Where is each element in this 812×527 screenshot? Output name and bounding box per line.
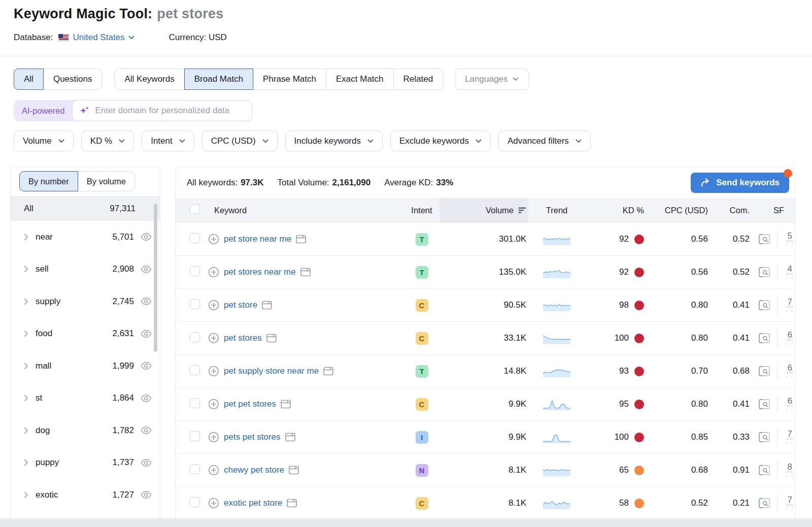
add-keyword-icon[interactable] — [208, 399, 219, 410]
add-keyword-icon[interactable] — [208, 432, 219, 443]
filter-cpc[interactable]: CPC (USD) — [202, 130, 278, 151]
database-selector[interactable]: United States — [73, 32, 134, 43]
column-com[interactable]: Com. — [709, 206, 751, 215]
toggle-by-volume[interactable]: By volume — [78, 171, 135, 191]
send-keywords-button[interactable]: Send keywords — [691, 173, 789, 193]
sf-link[interactable]: 7 - - — [786, 429, 794, 446]
sf-link[interactable]: 6 - - — [786, 363, 794, 380]
sf-link[interactable]: 6 - - — [786, 396, 794, 413]
keyword-link[interactable]: pet stores near me — [224, 267, 296, 277]
eye-icon[interactable] — [141, 330, 152, 338]
filter-kd[interactable]: KD % — [81, 130, 134, 151]
row-checkbox[interactable] — [190, 398, 200, 408]
row-checkbox[interactable] — [190, 233, 200, 243]
toggle-by-number[interactable]: By number — [19, 171, 78, 191]
sidebar-item-dog[interactable]: dog 1,782 — [11, 414, 160, 447]
keyword-link[interactable]: pet pet stores — [224, 399, 276, 409]
eye-icon[interactable] — [141, 265, 152, 274]
column-intent[interactable]: Intent — [404, 206, 439, 215]
sidebar-item-sell[interactable]: sell 2,908 — [11, 253, 160, 286]
column-keyword[interactable]: Keyword — [206, 206, 404, 215]
filter-volume[interactable]: Volume — [14, 130, 74, 151]
add-keyword-icon[interactable] — [208, 498, 219, 509]
filter-include-keywords[interactable]: Include keywords — [285, 130, 383, 151]
sidebar-item-exotic[interactable]: exotic 1,727 — [11, 479, 160, 511]
add-keyword-icon[interactable] — [208, 300, 219, 311]
serp-window-icon[interactable] — [289, 466, 299, 475]
sidebar-item-supply[interactable]: supply 2,745 — [11, 285, 160, 318]
serp-window-icon[interactable] — [296, 235, 306, 244]
sf-link[interactable]: 6 - - — [786, 330, 794, 347]
eye-icon[interactable] — [141, 490, 152, 499]
add-keyword-icon[interactable] — [208, 333, 219, 344]
row-checkbox[interactable] — [190, 497, 200, 507]
serp-window-icon[interactable] — [262, 301, 272, 310]
sidebar-item-st[interactable]: st 1,864 — [11, 382, 160, 415]
serp-preview-icon[interactable] — [758, 267, 770, 278]
sf-link[interactable]: 8 - - — [786, 462, 794, 479]
sf-link[interactable]: 7 - - — [786, 297, 794, 314]
column-sf[interactable]: SF — [751, 206, 795, 215]
eye-icon[interactable] — [141, 458, 152, 467]
keyword-link[interactable]: pets pet stores — [224, 432, 281, 442]
keyword-link[interactable]: pet supply store near me — [224, 366, 319, 376]
column-kd[interactable]: KD % — [585, 206, 645, 215]
filter-advanced[interactable]: Advanced filters — [498, 130, 591, 151]
serp-window-icon[interactable] — [287, 499, 297, 508]
row-checkbox[interactable] — [190, 299, 200, 309]
add-keyword-icon[interactable] — [208, 366, 219, 377]
add-keyword-icon[interactable] — [208, 234, 219, 245]
serp-window-icon[interactable] — [323, 367, 333, 376]
column-trend[interactable]: Trend — [528, 206, 585, 215]
keyword-link[interactable]: chewy pet store — [224, 465, 284, 475]
sf-link[interactable]: 5 - - — [786, 231, 794, 248]
serp-preview-icon[interactable] — [758, 465, 770, 476]
serp-window-icon[interactable] — [285, 433, 295, 442]
serp-preview-icon[interactable] — [758, 366, 770, 377]
sf-link[interactable]: 4 - - — [786, 264, 794, 281]
tab-broad-match[interactable]: Broad Match — [184, 69, 253, 90]
eye-icon[interactable] — [141, 426, 152, 435]
sidebar-item-near[interactable]: near 5,701 — [11, 221, 160, 253]
add-keyword-icon[interactable] — [208, 267, 219, 278]
serp-preview-icon[interactable] — [758, 234, 770, 245]
filter-intent[interactable]: Intent — [142, 130, 194, 151]
eye-icon[interactable] — [141, 297, 152, 306]
eye-icon[interactable] — [141, 394, 152, 403]
keyword-link[interactable]: exotic pet store — [224, 498, 282, 508]
filter-exclude-keywords[interactable]: Exclude keywords — [390, 130, 491, 151]
keyword-link[interactable]: pet stores — [224, 333, 262, 343]
serp-preview-icon[interactable] — [758, 333, 770, 344]
serp-preview-icon[interactable] — [758, 432, 770, 443]
row-checkbox[interactable] — [190, 266, 200, 276]
serp-preview-icon[interactable] — [758, 399, 770, 410]
select-all-checkbox[interactable] — [190, 204, 200, 214]
eye-icon[interactable] — [141, 233, 152, 241]
sidebar-item-food[interactable]: food 2,631 — [11, 318, 160, 350]
add-keyword-icon[interactable] — [208, 465, 219, 476]
sidebar-item-all[interactable]: All 97,311 — [11, 196, 160, 221]
row-checkbox[interactable] — [190, 464, 200, 474]
row-checkbox[interactable] — [190, 365, 200, 375]
tab-questions[interactable]: Questions — [43, 69, 103, 90]
serp-window-icon[interactable] — [266, 334, 277, 343]
keyword-link[interactable]: pet store near me — [224, 234, 291, 244]
sidebar-item-puppy[interactable]: puppy 1,737 — [11, 447, 160, 479]
languages-dropdown[interactable]: Languages — [455, 69, 529, 90]
domain-input[interactable]: Enter domain for personalized data — [72, 100, 252, 121]
row-checkbox[interactable] — [190, 332, 200, 342]
tab-exact-match[interactable]: Exact Match — [326, 69, 394, 90]
tab-related[interactable]: Related — [393, 69, 444, 90]
tab-phrase-match[interactable]: Phrase Match — [253, 69, 326, 90]
row-checkbox[interactable] — [190, 431, 200, 441]
keyword-link[interactable]: pet store — [224, 300, 257, 310]
tab-all[interactable]: All — [14, 69, 44, 90]
tab-all-keywords[interactable]: All Keywords — [114, 69, 184, 90]
serp-preview-icon[interactable] — [758, 300, 770, 311]
column-cpc[interactable]: CPC (USD) — [645, 206, 709, 215]
sf-link[interactable]: 7 - - — [786, 495, 794, 512]
serp-window-icon[interactable] — [300, 268, 311, 277]
serp-preview-icon[interactable] — [758, 498, 770, 509]
eye-icon[interactable] — [141, 361, 152, 370]
column-volume[interactable]: Volume — [439, 198, 528, 222]
